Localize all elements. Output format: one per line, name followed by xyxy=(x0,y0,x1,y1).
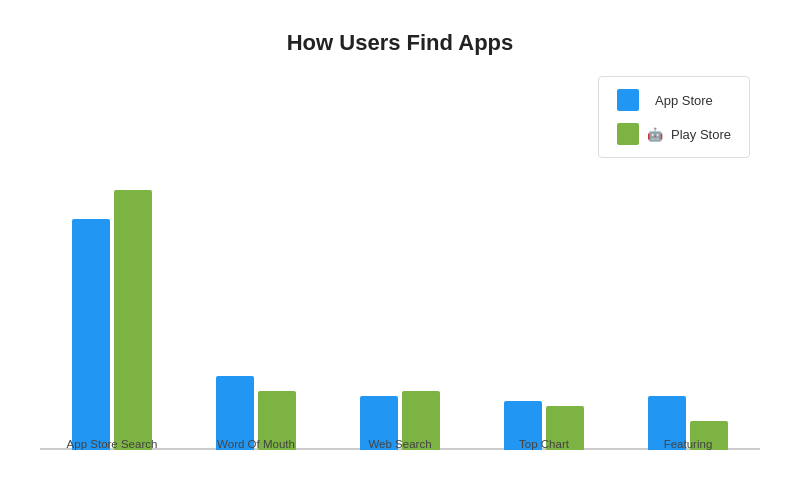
legend-label-appstore: App Store xyxy=(655,93,713,108)
bar-group-0: 47%53%App Store Search xyxy=(40,175,184,450)
legend-label-playstore: Play Store xyxy=(671,127,731,142)
bar-wrap-play-0: 53% xyxy=(114,175,152,450)
bar-label-app-4: 11% xyxy=(656,381,678,393)
bar-label-app-1: 15% xyxy=(224,361,246,373)
android-icon: 🤖 xyxy=(647,127,663,142)
bar-app-0 xyxy=(72,219,110,450)
bar-group-1: 15%12%Word Of Mouth xyxy=(184,361,328,450)
bar-label-play-2: 12% xyxy=(410,376,432,388)
group-label-3: Top Chart xyxy=(472,438,616,450)
group-label-2: Web Search xyxy=(328,438,472,450)
bar-wrap-app-0: 47% xyxy=(72,204,110,450)
bar-label-app-3: 10% xyxy=(512,386,534,398)
bar-label-play-1: 12% xyxy=(266,376,288,388)
bar-wrap-app-1: 15% xyxy=(216,361,254,450)
bar-group-3: 10%9%Top Chart xyxy=(472,386,616,450)
legend-color-appstore xyxy=(617,89,639,111)
bar-label-app-2: 11% xyxy=(368,381,390,393)
legend-item-appstore: App Store xyxy=(617,89,731,111)
chart-container: How Users Find Apps 47%53%App Store Sear… xyxy=(0,0,800,500)
bar-group-2: 11%12%Web Search xyxy=(328,376,472,450)
bar-play-0 xyxy=(114,190,152,450)
chart-legend: App Store 🤖 Play Store xyxy=(598,76,750,158)
group-label-1: Word Of Mouth xyxy=(184,438,328,450)
bar-group-4: 11%6%Featuring xyxy=(616,381,760,450)
group-label-0: App Store Search xyxy=(40,438,184,450)
chart-body: 47%53%App Store Search15%12%Word Of Mout… xyxy=(40,76,760,480)
bar-label-app-0: 47% xyxy=(80,204,102,216)
legend-item-playstore: 🤖 Play Store xyxy=(617,123,731,145)
chart-title: How Users Find Apps xyxy=(287,30,514,56)
bar-label-play-4: 6% xyxy=(701,406,717,418)
group-label-4: Featuring xyxy=(616,438,760,450)
legend-color-playstore xyxy=(617,123,639,145)
bar-label-play-0: 53% xyxy=(122,175,144,187)
bar-label-play-3: 9% xyxy=(557,391,573,403)
